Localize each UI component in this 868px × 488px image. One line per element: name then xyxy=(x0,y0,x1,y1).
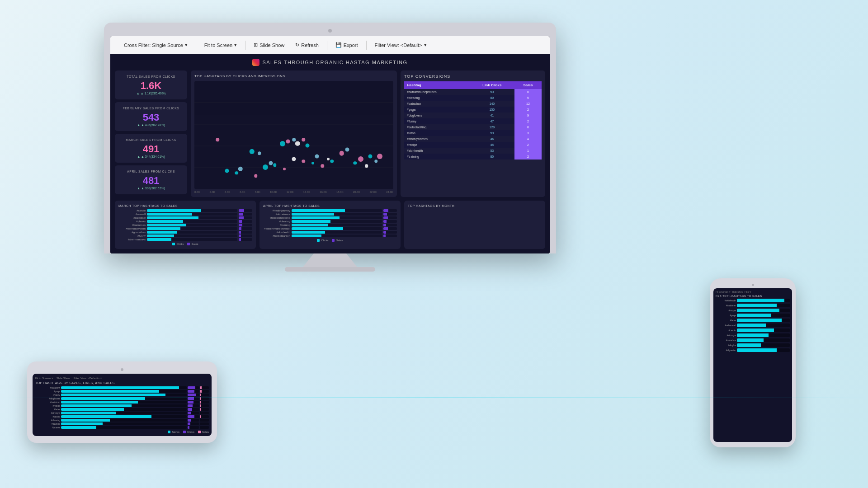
tablet-fill-saves xyxy=(61,404,132,407)
clicks-cell: 46 xyxy=(470,136,514,142)
tablet-bar-likes xyxy=(188,412,199,414)
tablet-bar-saves xyxy=(61,390,187,393)
scatter-dot-14 xyxy=(321,164,325,168)
conversions-table: Hashtag Link Clicks Sales #autoimmunepro… xyxy=(404,81,542,160)
phone-bar-track xyxy=(737,343,790,347)
bar-fill-clicks xyxy=(292,213,334,216)
kpi-card-1: FEBRUARY SALES FROM CLICKS 543 ▲ 436(502… xyxy=(115,102,187,131)
bar-track xyxy=(147,220,237,223)
tablet-slide-show[interactable]: Slide Show xyxy=(57,377,70,380)
kpi-card-2: MARCH SALES FROM CLICKS 491 ▲ 344(334.01… xyxy=(115,134,187,163)
scatter-dot-16 xyxy=(330,160,334,163)
bar-sales-track xyxy=(383,216,397,219)
tablet-bar-row-6: #latas xyxy=(35,408,209,411)
phone-bar-fill xyxy=(737,333,769,337)
export-btn[interactable]: 💾 Export xyxy=(331,40,363,50)
tablet-fill-sales xyxy=(200,426,200,429)
scatter-dot-8 xyxy=(250,149,255,154)
march-legend: Clicks Sales xyxy=(118,243,252,245)
clicks-cell: 53 xyxy=(470,130,514,136)
bar-track xyxy=(292,213,382,216)
tablet-fill-saves xyxy=(61,426,96,429)
scatter-dot-31 xyxy=(377,154,382,159)
refresh-btn[interactable]: ↻ Refresh xyxy=(291,40,323,50)
bar-row-7: #herbalgarden xyxy=(263,235,397,237)
bar-sales-track xyxy=(239,235,252,237)
tablet-bar-row-11: #planks xyxy=(35,426,209,429)
phone-filter-view[interactable]: Filter ▾ xyxy=(745,291,752,293)
bar-fill-sales xyxy=(239,235,241,237)
kpi-delta-1: ▲ 436(502.78%) xyxy=(119,123,183,127)
legend-sales-dot xyxy=(187,243,190,245)
scatter-dot-12 xyxy=(311,162,314,164)
tablet-fill-sales xyxy=(200,390,202,393)
bar-fill-clicks xyxy=(292,216,340,219)
tablet-fill-likes xyxy=(188,412,191,414)
bar-fill-sales xyxy=(383,209,388,212)
scatter-chart-title: TOP HASHTAGS BY CLICKS AND IMPRESSIONS xyxy=(194,74,393,78)
tablet-frame: Fit to Screen ▾ Slide Show Filter View: … xyxy=(27,361,217,443)
filter-view-btn[interactable]: Filter View: <Default> ▾ xyxy=(370,40,431,50)
scatter-dot-17 xyxy=(339,151,344,156)
sales-cell: 5 xyxy=(514,95,542,101)
tablet-legend-likes: Clicks xyxy=(183,431,194,433)
tablet-dot-likes xyxy=(183,431,186,433)
bar-sales-track xyxy=(239,220,252,223)
april-legend-clicks-dot xyxy=(317,239,320,242)
tablet-fit-screen[interactable]: Fit to Screen ▾ xyxy=(35,376,53,380)
tablet-bar-row-0: #cataclaw xyxy=(35,386,209,389)
hashtag-cell: #yoga xyxy=(404,107,470,113)
bar-label: #soosall xyxy=(118,213,146,216)
clicks-cell: 140 xyxy=(470,101,514,107)
scatter-dot-20 xyxy=(358,156,363,162)
export-label: Export xyxy=(344,42,358,48)
scatter-area xyxy=(194,81,393,189)
scatter-x-axis: 0.0K2.0K4.0K6.0K8.0K10.0K12.0K14.0K16.0K… xyxy=(194,191,393,193)
bar-track xyxy=(147,213,237,216)
phone-bar-track xyxy=(737,324,790,327)
cross-filter-btn[interactable]: Cross Filter: Single Source ▾ xyxy=(119,40,192,50)
conversions-section: TOP CONVERSIONS Hashtag Link Clicks Sale… xyxy=(401,70,545,197)
kpi-value-1: 543 xyxy=(119,112,183,123)
bar-row-5: #nervoussystem xyxy=(118,227,252,230)
bar-row-3: #clearing xyxy=(263,220,397,223)
april-legend-clicks-label: Clicks xyxy=(321,239,328,242)
bar-track xyxy=(292,220,382,223)
tablet-dot-saves xyxy=(168,431,170,433)
bar-label: #planks xyxy=(118,220,146,223)
legend-clicks-label: Clicks xyxy=(176,243,184,245)
tablet-bar-sales xyxy=(200,426,209,429)
tablet-bar-row-1: #yoga xyxy=(35,390,209,393)
bar-label: #training xyxy=(263,224,290,226)
phone-slide-show[interactable]: Slide Show xyxy=(732,291,743,293)
kpi-delta-2: ▲ 344(334.01%) xyxy=(119,155,183,158)
tablet-bar-label: #clearing xyxy=(35,419,60,422)
bar-sales-track xyxy=(239,209,252,212)
kpi-card-0: TOTAL SALES FROM CLICKS 1.6K ▲ 1.1K(285.… xyxy=(115,70,187,99)
fit-screen-btn[interactable]: Fit to Screen ▾ xyxy=(200,40,241,50)
tablet-fill-saves xyxy=(61,386,179,389)
toolbar-divider-3 xyxy=(327,41,327,50)
fit-screen-label: Fit to Screen xyxy=(204,42,232,48)
clicks-cell: 53 xyxy=(470,148,514,154)
bar-sales-track xyxy=(383,231,397,234)
phone-bar-row-3: #yoga xyxy=(716,314,790,317)
april-legend-sales-label: Sales xyxy=(336,239,343,242)
phone-camera xyxy=(752,284,754,286)
slide-show-btn[interactable]: ⊞ Slide Show xyxy=(249,40,289,50)
scatter-dot-1 xyxy=(235,171,239,175)
bar-label: #autoimmuneprotocol xyxy=(263,227,290,230)
kpi-label-0: TOTAL SALES FROM CLICKS xyxy=(119,75,183,78)
phone-fit-screen[interactable]: Fit to Screen ▾ xyxy=(716,291,731,293)
phone-toolbar: Fit to Screen ▾ Slide Show Filter ▾ xyxy=(716,291,790,293)
bar-fill-clicks xyxy=(147,227,180,230)
bar-row-5: #autoimmuneprotocol xyxy=(263,227,397,230)
tablet-bar-likes xyxy=(188,386,199,389)
tablet-filter-view[interactable]: Filter View: <Default> ▾ xyxy=(74,376,102,380)
bar-row-4: #hormones xyxy=(118,224,252,226)
tablet-bar-label: #funny xyxy=(35,394,60,396)
april-chart: APRIL TOP HASHTAGS TO SALES #healthjourn… xyxy=(259,201,401,249)
scatter-chart-section: TOP HASHTAGS BY CLICKS AND IMPRESSIONS xyxy=(191,70,397,197)
phone-bar-label: #yoga xyxy=(716,314,736,317)
bar-fill-sales xyxy=(239,213,243,216)
